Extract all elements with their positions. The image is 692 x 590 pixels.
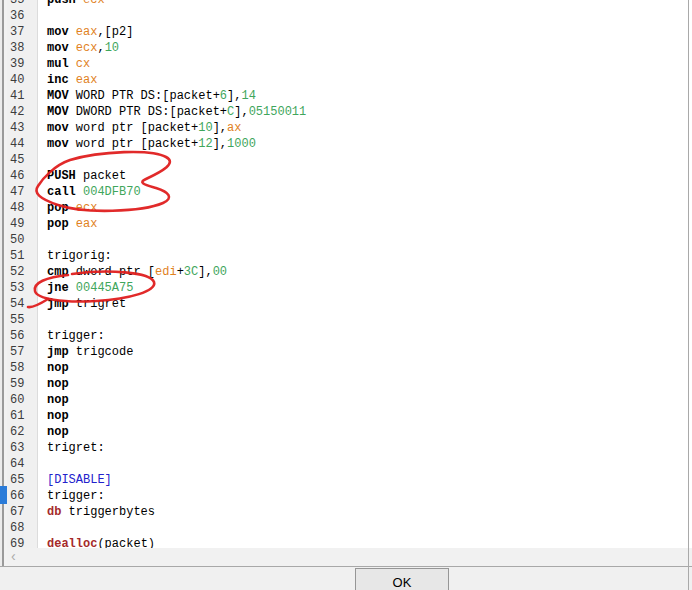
- code-text: MOV WORD PTR DS:[packet+6],14: [38, 88, 256, 104]
- code-line: 50: [0, 232, 688, 248]
- code-rows: 35push ecx3637mov eax,[p2]38mov ecx,1039…: [0, 0, 688, 548]
- code-line: 48pop ecx: [0, 200, 688, 216]
- code-text: cmp dword ptr [edi+3C],00: [38, 264, 227, 280]
- code-text: jne 00445A75: [38, 280, 133, 296]
- code-text: mov word ptr [packet+12],1000: [38, 136, 256, 152]
- code-line: 55: [0, 312, 688, 328]
- code-text: MOV DWORD PTR DS:[packet+C],05150011: [38, 104, 306, 120]
- code-line: 61nop: [0, 408, 688, 424]
- code-text: dealloc(packet): [38, 536, 155, 548]
- code-line: 41MOV WORD PTR DS:[packet+6],14: [0, 88, 688, 104]
- code-line: 56trigger:: [0, 328, 688, 344]
- code-line: 37mov eax,[p2]: [0, 24, 688, 40]
- code-line: 67db triggerbytes: [0, 504, 688, 520]
- code-line: 51trigorig:: [0, 248, 688, 264]
- code-text: jmp trigret: [38, 296, 126, 312]
- current-line-marker: [0, 486, 7, 504]
- code-text: jmp trigcode: [38, 344, 133, 360]
- code-text: [38, 456, 47, 472]
- code-text: pop eax: [38, 216, 97, 232]
- code-text: nop: [38, 360, 69, 376]
- code-text: [38, 520, 47, 536]
- code-line: 65[DISABLE]: [0, 472, 688, 488]
- code-text: trigger:: [38, 328, 105, 344]
- code-text: mov eax,[p2]: [38, 24, 133, 40]
- code-line: 52cmp dword ptr [edi+3C],00: [0, 264, 688, 280]
- horizontal-scrollbar[interactable]: ‹: [0, 548, 692, 566]
- code-line: 40inc eax: [0, 72, 688, 88]
- code-line: 68: [0, 520, 688, 536]
- code-line: 54jmp trigret: [0, 296, 688, 312]
- code-line: 39mul cx: [0, 56, 688, 72]
- code-text: mov ecx,10: [38, 40, 119, 56]
- code-text: trigret:: [38, 440, 105, 456]
- code-text: nop: [38, 424, 69, 440]
- code-line: 46PUSH packet: [0, 168, 688, 184]
- code-line: 45: [0, 152, 688, 168]
- editor-left-edge: [0, 0, 7, 566]
- code-text: nop: [38, 392, 69, 408]
- code-text: db triggerbytes: [38, 504, 155, 520]
- code-line: 47call 004DFB70: [0, 184, 688, 200]
- code-text: [38, 152, 47, 168]
- code-line: 59nop: [0, 376, 688, 392]
- code-text: [38, 312, 47, 328]
- code-text: nop: [38, 376, 69, 392]
- code-line: 49pop eax: [0, 216, 688, 232]
- code-text: [DISABLE]: [38, 472, 112, 488]
- code-text: mul cx: [38, 56, 90, 72]
- scroll-left-icon[interactable]: ‹: [11, 548, 16, 566]
- code-text: mov word ptr [packet+10],ax: [38, 120, 241, 136]
- script-editor[interactable]: 35push ecx3637mov eax,[p2]38mov ecx,1039…: [0, 0, 688, 548]
- code-line: 64: [0, 456, 688, 472]
- code-line: 60nop: [0, 392, 688, 408]
- code-line: 57jmp trigcode: [0, 344, 688, 360]
- code-text: [38, 8, 47, 24]
- ok-button[interactable]: OK: [355, 568, 449, 590]
- code-text: [38, 232, 47, 248]
- code-line: 38mov ecx,10: [0, 40, 688, 56]
- dialog-footer: OK: [0, 567, 692, 590]
- code-line: 42MOV DWORD PTR DS:[packet+C],05150011: [0, 104, 688, 120]
- code-text: nop: [38, 408, 69, 424]
- code-line: 66trigger:: [0, 488, 688, 504]
- code-text: push ecx: [38, 0, 105, 8]
- code-line: 44mov word ptr [packet+12],1000: [0, 136, 688, 152]
- code-line: 69dealloc(packet): [0, 536, 688, 548]
- window-right-border: [688, 0, 689, 590]
- code-text: trigorig:: [38, 248, 112, 264]
- code-text: call 004DFB70: [38, 184, 141, 200]
- code-line: 62nop: [0, 424, 688, 440]
- code-line: 35push ecx: [0, 0, 688, 8]
- code-line: 58nop: [0, 360, 688, 376]
- auto-assembler-window: 35push ecx3637mov eax,[p2]38mov ecx,1039…: [0, 0, 692, 590]
- code-line: 36: [0, 8, 688, 24]
- code-line: 63trigret:: [0, 440, 688, 456]
- code-text: trigger:: [38, 488, 105, 504]
- code-text: inc eax: [38, 72, 97, 88]
- code-line: 43mov word ptr [packet+10],ax: [0, 120, 688, 136]
- code-text: PUSH packet: [38, 168, 126, 184]
- code-text: pop ecx: [38, 200, 97, 216]
- code-line: 53jne 00445A75: [0, 280, 688, 296]
